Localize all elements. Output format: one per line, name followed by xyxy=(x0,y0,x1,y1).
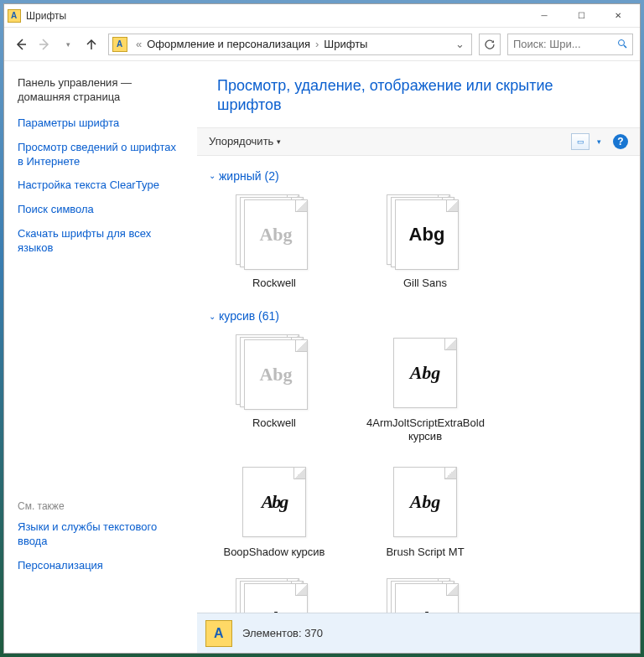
breadcrumb-dropdown[interactable]: ⌄ xyxy=(450,38,470,50)
svg-point-3 xyxy=(619,39,625,45)
font-item[interactable]: AbgBrush Script MT xyxy=(366,463,484,559)
status-text: Элементов: 370 xyxy=(242,627,323,639)
recent-dropdown[interactable]: ▾ xyxy=(58,34,78,54)
search-input[interactable] xyxy=(513,38,614,50)
sidebar-also-label: См. также xyxy=(18,500,184,512)
toolbar: Упорядочить ▾ ▭ ▾ ? xyxy=(197,127,640,156)
sidebar-link[interactable]: Скачать шрифты для всех языков xyxy=(18,227,184,256)
fonts-panel-window: Шрифты ─ ☐ ✕ ▾ « Оформление и персонализ… xyxy=(3,3,641,654)
font-item[interactable]: AbgRockwell xyxy=(216,194,333,290)
help-button[interactable]: ? xyxy=(613,134,628,149)
font-item[interactable]: Abg4ArmJoltScriptExtraBold курсив xyxy=(366,334,484,442)
sidebar-link[interactable]: Поиск символа xyxy=(18,203,184,217)
font-group-header[interactable]: ⌄ жирный (2) xyxy=(209,169,633,183)
breadcrumb-item-fonts[interactable]: Шрифты xyxy=(324,38,367,50)
window-title: Шрифты xyxy=(26,10,66,22)
font-thumbnail: Abg xyxy=(387,578,464,613)
page-title: Просмотр, удаление, отображение или скры… xyxy=(197,61,640,127)
arrow-right-icon xyxy=(38,38,51,51)
content-area: Просмотр, удаление, отображение или скры… xyxy=(197,61,640,653)
search-icon xyxy=(617,37,627,52)
minimize-button[interactable]: ─ xyxy=(526,5,563,27)
navigation-bar: ▾ « Оформление и персонализация › Шрифты… xyxy=(4,28,640,61)
fonts-folder-icon xyxy=(205,620,232,647)
font-item[interactable]: AbgGill Sans xyxy=(366,194,484,290)
sidebar-link[interactable]: Параметры шрифта xyxy=(18,116,184,131)
font-group-header[interactable]: ⌄ курсив (61) xyxy=(209,309,633,323)
font-thumbnail: Abg xyxy=(236,334,313,411)
fonts-folder-icon xyxy=(8,9,21,23)
chevron-right-icon: › xyxy=(310,38,324,50)
up-button[interactable] xyxy=(81,34,101,54)
breadcrumb-item-appearance[interactable]: Оформление и персонализация xyxy=(147,38,310,50)
sidebar-also-link[interactable]: Персонализация xyxy=(18,559,184,573)
font-label: BoopShadow курсив xyxy=(223,546,325,559)
sidebar-link[interactable]: Просмотр сведений о шрифтах в Интернете xyxy=(18,141,184,169)
font-label: Rockwell xyxy=(252,416,296,430)
font-thumbnail: Abg xyxy=(387,334,464,411)
font-label: Rockwell xyxy=(252,277,296,290)
chevron-down-icon: ▾ xyxy=(277,137,281,146)
organize-label: Упорядочить xyxy=(209,135,273,147)
font-list-area[interactable]: ⌄ жирный (2)AbgRockwellAbgGill Sans⌄ кур… xyxy=(197,156,640,613)
arrow-up-icon xyxy=(86,39,97,50)
sidebar: Панель управления — домашняя страница Па… xyxy=(4,61,197,653)
chevron-down-icon: ⌄ xyxy=(209,171,216,180)
font-item[interactable]: AbgLucida xyxy=(366,578,484,613)
font-thumbnail: Abg xyxy=(236,463,313,541)
back-button[interactable] xyxy=(11,34,31,54)
sidebar-link[interactable]: Настройка текста ClearType xyxy=(18,178,184,193)
font-label: Gill Sans xyxy=(403,277,447,290)
arrow-left-icon xyxy=(14,38,28,51)
sidebar-also-link[interactable]: Языки и службы текстового ввода xyxy=(18,520,184,549)
view-dropdown-button[interactable]: ▾ xyxy=(593,133,605,150)
titlebar: Шрифты ─ ☐ ✕ xyxy=(4,4,640,28)
chevron-down-icon: ⌄ xyxy=(209,312,216,321)
status-bar: Элементов: 370 xyxy=(197,613,640,653)
font-label: Brush Script MT xyxy=(386,546,464,559)
font-thumbnail: Abg xyxy=(387,194,464,272)
font-thumbnail: Abg xyxy=(236,194,313,272)
font-item[interactable]: AbgBoopShadow курсив xyxy=(216,463,333,559)
close-button[interactable]: ✕ xyxy=(600,5,636,27)
font-thumbnail: Abg xyxy=(387,463,464,541)
svg-line-4 xyxy=(624,45,626,48)
font-item[interactable]: AbgRockwell xyxy=(216,334,333,442)
font-item[interactable]: AbgLucida xyxy=(216,578,333,613)
maximize-button[interactable]: ☐ xyxy=(563,5,600,27)
refresh-button[interactable] xyxy=(479,34,501,55)
fonts-folder-icon xyxy=(112,37,127,52)
refresh-icon xyxy=(484,39,496,50)
forward-button xyxy=(34,34,55,54)
font-label: 4ArmJoltScriptExtraBold курсив xyxy=(366,416,484,442)
search-box[interactable] xyxy=(507,34,633,55)
view-options-button[interactable]: ▭ xyxy=(571,133,589,150)
sidebar-home-link[interactable]: Панель управления — домашняя страница xyxy=(18,76,184,105)
breadcrumb[interactable]: « Оформление и персонализация › Шрифты ⌄ xyxy=(108,34,472,55)
organize-button[interactable]: Упорядочить ▾ xyxy=(209,135,281,147)
breadcrumb-root-sep: « xyxy=(131,38,147,50)
font-thumbnail: Abg xyxy=(236,578,313,613)
